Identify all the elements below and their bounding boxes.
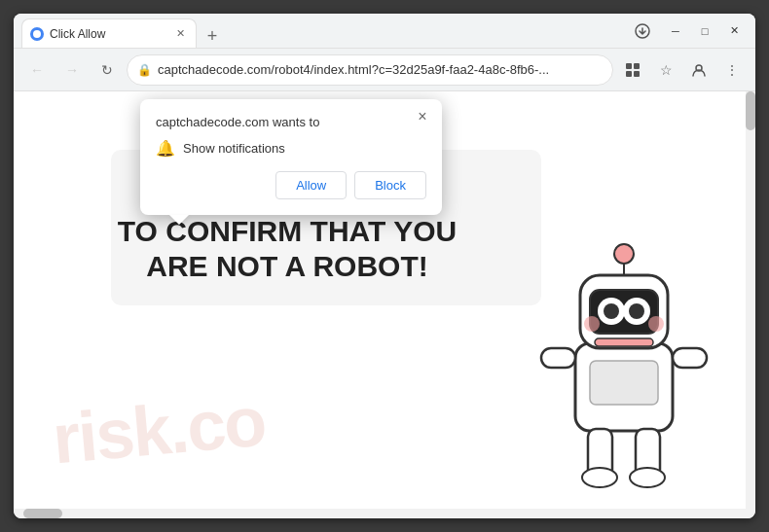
horizontal-scrollbar[interactable] — [14, 509, 755, 518]
scrollbar-thumb[interactable] — [746, 91, 755, 130]
heading-line3: ARE NOT A ROBOT! — [146, 250, 427, 282]
svg-point-14 — [629, 303, 644, 319]
browser-window: Click Allow ✕ + ─ □ ✕ ← — [14, 14, 755, 518]
robot-illustration — [512, 217, 726, 509]
svg-point-21 — [582, 468, 617, 487]
svg-rect-1 — [626, 63, 632, 69]
popup-notification-text: Show notifications — [183, 141, 285, 156]
lock-icon: 🔒 — [137, 63, 152, 77]
popup-close-button[interactable]: × — [413, 107, 432, 126]
popup-notification-row: 🔔 Show notifications — [156, 139, 426, 158]
tab-label: Click Allow — [50, 27, 166, 41]
notification-popup: captchadecode.com wants to × 🔔 Show noti… — [140, 99, 442, 215]
toolbar: ← → ↻ 🔒 captchadecode.com/robot4/index.h… — [14, 49, 755, 91]
vertical-scrollbar[interactable] — [746, 91, 755, 509]
tab-favicon — [30, 27, 44, 41]
popup-title: captchadecode.com wants to — [156, 115, 426, 129]
menu-button[interactable]: ⋮ — [716, 54, 748, 86]
svg-rect-16 — [590, 361, 658, 405]
svg-rect-15 — [595, 338, 653, 346]
bell-icon: 🔔 — [156, 139, 175, 158]
page-content: risk.co CLICK TO CONFIRM THAT YOU ARE NO… — [14, 91, 755, 509]
download-icon[interactable] — [627, 16, 658, 47]
svg-point-22 — [630, 468, 665, 487]
active-tab[interactable]: Click Allow ✕ — [21, 18, 197, 48]
minimize-button[interactable]: ─ — [662, 18, 689, 45]
new-tab-button[interactable]: + — [201, 24, 224, 48]
address-bar[interactable]: 🔒 captchadecode.com/robot4/index.html?c=… — [127, 54, 613, 86]
title-bar: Click Allow ✕ + ─ □ ✕ — [14, 14, 755, 49]
profile-button[interactable] — [683, 54, 714, 86]
svg-point-8 — [614, 244, 634, 264]
extensions-button[interactable] — [617, 54, 648, 86]
toolbar-right: ☆ ⋮ — [617, 54, 748, 86]
bookmark-button[interactable]: ☆ — [650, 54, 681, 86]
horizontal-scrollbar-thumb[interactable] — [23, 509, 62, 518]
svg-rect-4 — [634, 71, 640, 77]
svg-rect-3 — [626, 71, 632, 77]
svg-rect-17 — [541, 348, 575, 368]
allow-button[interactable]: Allow — [275, 171, 347, 199]
svg-rect-18 — [673, 348, 707, 368]
watermark: risk.co — [50, 381, 268, 479]
forward-button[interactable]: → — [56, 54, 88, 86]
popup-buttons: Allow Block — [156, 171, 426, 199]
block-button[interactable]: Block — [354, 171, 426, 199]
maximize-button[interactable]: □ — [691, 18, 718, 45]
popup-arrow — [169, 215, 189, 225]
svg-point-24 — [648, 316, 664, 332]
svg-rect-2 — [634, 63, 640, 69]
tab-close-button[interactable]: ✕ — [172, 26, 188, 42]
close-button[interactable]: ✕ — [720, 18, 748, 45]
tab-area: Click Allow ✕ + — [21, 14, 623, 48]
svg-point-23 — [584, 316, 600, 332]
back-button[interactable]: ← — [21, 54, 53, 86]
address-text: captchadecode.com/robot4/index.html?c=32… — [158, 62, 603, 77]
window-controls: ─ □ ✕ — [662, 18, 748, 45]
refresh-button[interactable]: ↻ — [92, 54, 123, 86]
svg-point-13 — [604, 303, 619, 319]
